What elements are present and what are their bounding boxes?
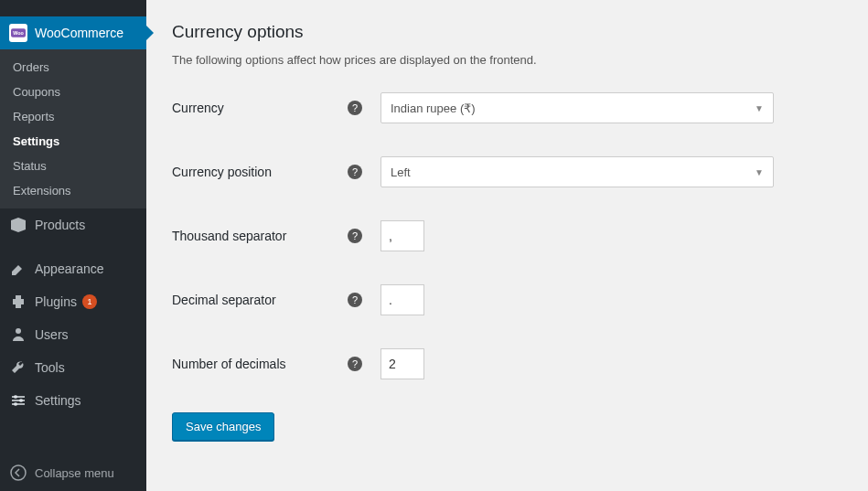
sidebar-item-label: Appearance [35, 262, 104, 276]
thousand-input[interactable] [380, 220, 424, 251]
woocommerce-subnav: Orders Coupons Reports Settings Status E… [0, 49, 146, 208]
products-icon [9, 216, 27, 234]
woocommerce-icon: Woo [9, 24, 27, 42]
main-content: Currency options The following options a… [146, 0, 868, 491]
field-decimal-separator: Decimal separator ? [172, 284, 842, 315]
sidebar-item-woocommerce[interactable]: Woo WooCommerce [0, 16, 146, 49]
field-currency-position: Currency position ? Left ▼ [172, 156, 842, 187]
save-button[interactable]: Save changes [172, 412, 274, 441]
svg-point-8 [14, 402, 17, 406]
help-icon[interactable]: ? [348, 357, 362, 371]
decimals-label: Number of decimals [172, 357, 286, 371]
decimal-input[interactable] [380, 284, 424, 315]
sidebar-item-tools[interactable]: Tools [0, 351, 146, 384]
subnav-reports[interactable]: Reports [0, 104, 146, 129]
subnav-orders[interactable]: Orders [0, 55, 146, 80]
sidebar-item-label: Plugins [35, 294, 77, 309]
appearance-icon [9, 260, 27, 278]
currency-select[interactable]: Indian rupee (₹) ▼ [380, 92, 774, 123]
position-select[interactable]: Left ▼ [380, 156, 774, 187]
collapse-label: Collapse menu [35, 466, 114, 480]
position-value: Left [391, 165, 411, 179]
collapse-menu[interactable]: Collapse menu [0, 454, 146, 491]
currency-label: Currency [172, 101, 224, 115]
sidebar-item-plugins[interactable]: Plugins 1 [0, 285, 146, 318]
admin-sidebar: Woo WooCommerce Orders Coupons Reports S… [0, 0, 146, 491]
subnav-settings[interactable]: Settings [0, 129, 146, 154]
subnav-status[interactable]: Status [0, 154, 146, 178]
field-number-of-decimals: Number of decimals ? [172, 348, 842, 379]
page-description: The following options affect how prices … [172, 53, 842, 67]
settings-icon [9, 391, 27, 410]
currency-value: Indian rupee (₹) [391, 101, 476, 115]
svg-text:Woo: Woo [13, 30, 24, 36]
subnav-coupons[interactable]: Coupons [0, 80, 146, 104]
help-icon[interactable]: ? [348, 293, 362, 307]
thousand-label: Thousand separator [172, 229, 286, 243]
page-title: Currency options [172, 22, 842, 42]
sidebar-item-users[interactable]: Users [0, 318, 146, 351]
help-icon[interactable]: ? [348, 165, 362, 179]
decimal-label: Decimal separator [172, 293, 276, 307]
users-icon [9, 326, 27, 344]
sidebar-item-settings[interactable]: Settings [0, 384, 146, 417]
sidebar-item-appearance[interactable]: Appearance [0, 252, 146, 285]
plugins-icon [9, 293, 27, 311]
help-icon[interactable]: ? [348, 101, 362, 115]
tools-icon [9, 358, 27, 377]
subnav-extensions[interactable]: Extensions [0, 178, 146, 203]
field-thousand-separator: Thousand separator ? [172, 220, 842, 251]
chevron-down-icon: ▼ [755, 167, 764, 177]
field-currency: Currency ? Indian rupee (₹) ▼ [172, 92, 842, 123]
svg-point-9 [11, 465, 26, 480]
svg-point-2 [16, 328, 21, 334]
decimals-input[interactable] [380, 348, 424, 379]
sidebar-item-label: WooCommerce [35, 26, 123, 40]
help-icon[interactable]: ? [348, 229, 362, 243]
svg-point-7 [19, 399, 23, 402]
plugins-badge: 1 [82, 294, 97, 309]
svg-point-6 [14, 395, 17, 399]
collapse-icon [9, 464, 27, 482]
sidebar-item-label: Settings [35, 393, 81, 408]
chevron-down-icon: ▼ [755, 103, 764, 113]
sidebar-item-label: Products [35, 218, 85, 232]
sidebar-item-label: Users [35, 327, 69, 342]
sidebar-item-products[interactable]: Products [0, 208, 146, 241]
position-label: Currency position [172, 165, 272, 179]
sidebar-item-label: Tools [35, 360, 65, 375]
